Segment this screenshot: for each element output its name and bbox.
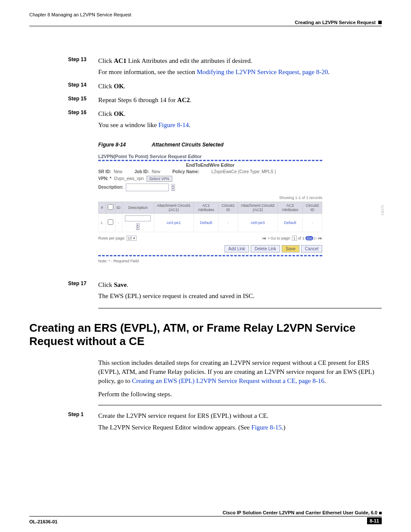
page-number: 8-11 bbox=[367, 517, 382, 524]
step-15-label: Step 15 bbox=[68, 96, 98, 107]
table-row: 1. - ▴▾ ce3-pe1 Default - ce8-pe3 Defaul… bbox=[99, 213, 322, 232]
ews-epl-link[interactable]: Creating an EWS (EPL) L2VPN Service Requ… bbox=[132, 377, 324, 384]
ac2-link[interactable]: ce8-pe3 bbox=[238, 213, 277, 232]
figure-8-14-link[interactable]: Figure 8-14 bbox=[159, 121, 189, 128]
section-title: Creating an L2VPN Service Request bbox=[295, 20, 376, 25]
goto-label: Go to page: bbox=[271, 236, 291, 240]
footer-marker-square bbox=[379, 512, 382, 514]
figure-id-number: 138579 bbox=[381, 205, 385, 215]
delete-link-button[interactable]: Delete Link bbox=[251, 245, 280, 252]
srid-label: SR ID: bbox=[98, 169, 111, 174]
modify-link[interactable]: Modifying the L2VPN Service Request, pag… bbox=[197, 68, 328, 75]
cancel-button[interactable]: Cancel bbox=[301, 245, 322, 252]
srid-value: New bbox=[114, 169, 122, 174]
prev-page-icon[interactable]: ◁ bbox=[268, 236, 270, 240]
jobid-value: New bbox=[152, 169, 160, 174]
footer-rule bbox=[29, 516, 382, 516]
ac1-link[interactable]: ce3-pe1 bbox=[154, 213, 193, 232]
add-link-button[interactable]: Add Link bbox=[224, 245, 249, 252]
steps-divider bbox=[98, 405, 382, 405]
step-13-text: Click AC1 Link Attributes and edit the a… bbox=[98, 56, 382, 79]
step-16-text: Click OK. You see a window like Figure 8… bbox=[98, 109, 382, 132]
editor-title: L2VPN(Point To Point) Service Request Ed… bbox=[98, 154, 322, 159]
step-14-text: Click OK. bbox=[98, 82, 382, 93]
select-vpn-button[interactable]: Select VPN bbox=[146, 176, 172, 182]
ac1-attr-link[interactable]: Default bbox=[193, 213, 218, 232]
first-page-icon[interactable]: ⏮ bbox=[262, 236, 266, 240]
circuits-table: #IDDescriptionAttachment Circuit1 (AC1)A… bbox=[98, 202, 322, 232]
step-13-label: Step 13 bbox=[68, 56, 98, 79]
description-label: Description: bbox=[98, 185, 123, 190]
step-17-label: Step 17 bbox=[68, 280, 98, 303]
footer-title: Cisco IP Solution Center L2VPN and Carri… bbox=[223, 510, 377, 515]
required-note: Note: * - Required Field bbox=[98, 259, 322, 263]
figure-caption: Figure 8-14Attachment Circuits Selected bbox=[98, 142, 382, 148]
figure-8-14: L2VPN(Point To Point) Service Request Ed… bbox=[29, 154, 382, 263]
perform-paragraph: Perform the following steps. bbox=[98, 390, 382, 399]
records-count: Showing 1-1 of 1 records bbox=[98, 196, 322, 200]
footer-doc-id: OL-21636-01 bbox=[29, 519, 57, 524]
goto-input[interactable]: 1 bbox=[292, 236, 297, 241]
row-checkbox[interactable] bbox=[108, 219, 113, 225]
chapter-header: Chapter 8 Managing an L2VPN Service Requ… bbox=[29, 12, 382, 17]
select-all-checkbox[interactable] bbox=[108, 204, 113, 210]
row-scroll-icon[interactable]: ▴▾ bbox=[136, 223, 140, 230]
step-15-text: Repeat Steps 6 through 14 for AC2. bbox=[98, 96, 382, 107]
policy-label: Policy Name: bbox=[172, 169, 199, 174]
step-1-text: Create the L2VPN service request for ERS… bbox=[98, 411, 382, 434]
section-divider bbox=[98, 308, 382, 308]
intro-paragraph: This section includes detailed steps for… bbox=[98, 358, 382, 386]
step-1-label: Step 1 bbox=[68, 411, 98, 434]
last-page-icon[interactable]: ⏭ bbox=[318, 236, 322, 240]
description-scroll-icon[interactable]: ▴▾ bbox=[171, 184, 175, 191]
ac2-attr-link[interactable]: Default bbox=[277, 213, 302, 232]
vpn-label: VPN: * bbox=[98, 176, 112, 181]
header-rule bbox=[29, 26, 382, 26]
row-desc-input[interactable] bbox=[125, 215, 151, 221]
vpn-value: l2vpn_ews_vpn bbox=[114, 176, 144, 181]
go-button[interactable]: Go bbox=[305, 236, 313, 240]
of-pages: of 1 bbox=[298, 236, 304, 240]
figure-8-15-link[interactable]: Figure 8-15 bbox=[251, 424, 281, 431]
wire-editor-label: EndToEndWire Editor bbox=[98, 162, 322, 168]
save-button[interactable]: Save bbox=[282, 245, 299, 252]
next-page-icon[interactable]: ▷ bbox=[314, 236, 317, 240]
jobid-label: Job ID: bbox=[134, 169, 149, 174]
main-heading: Creating an ERS (EVPL), ATM, or Frame Re… bbox=[29, 321, 382, 348]
header-marker-square bbox=[378, 21, 382, 24]
description-input[interactable] bbox=[126, 184, 169, 191]
policy-value: L2vpnEwsCe (Core Type: MPLS ) bbox=[212, 169, 276, 174]
step-14-label: Step 14 bbox=[68, 82, 98, 93]
rows-per-page-label: Rows per page: bbox=[98, 236, 125, 240]
step-16-label: Step 16 bbox=[68, 109, 98, 132]
rows-per-page-select[interactable]: 10 ▾ bbox=[127, 236, 137, 241]
step-17-text: Click Save. The EWS (EPL) service reques… bbox=[98, 280, 382, 303]
